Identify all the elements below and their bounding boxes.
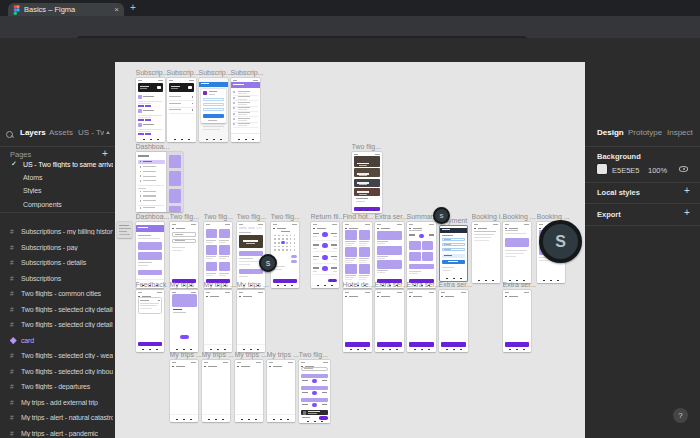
page-item[interactable]: Styles	[0, 185, 115, 198]
thumb-shape	[474, 224, 478, 225]
frame-label[interactable]: Two flig...	[352, 143, 390, 151]
frame-label[interactable]: Two flig...	[204, 213, 240, 221]
design-frame-two-flig[interactable]	[352, 152, 382, 213]
design-frame-extra-ser[interactable]	[439, 290, 468, 352]
design-frame-payment[interactable]	[440, 226, 467, 281]
design-frame-two-flig[interactable]	[271, 222, 299, 288]
collaborator-avatar[interactable]: S	[259, 254, 277, 272]
design-frame-subscrip[interactable]	[136, 78, 165, 142]
design-frame-summar[interactable]	[407, 222, 436, 288]
design-frame-two-flig[interactable]	[170, 222, 198, 288]
design-frame-dashboa[interactable]	[136, 222, 164, 288]
thumb-shape	[323, 362, 328, 363]
collaborator-avatar[interactable]: S	[433, 207, 450, 224]
tab-inspect[interactable]: Inspect	[667, 128, 693, 137]
design-frame-my-trips[interactable]	[235, 360, 263, 422]
frame-label[interactable]: My trips ...	[202, 351, 238, 359]
design-frame-my-trips[interactable]	[204, 290, 232, 352]
layer-row[interactable]: #Two flights - common cities	[0, 287, 115, 302]
design-frame-my-trips[interactable]	[237, 290, 265, 352]
design-frame-hotel-de[interactable]	[343, 290, 372, 352]
canvas[interactable]: Subscrip...Subscrip...Subscrip...Subscri…	[115, 62, 585, 438]
layer-row[interactable]: card	[0, 333, 115, 348]
design-frame-return-fli[interactable]	[311, 222, 339, 288]
frame-label[interactable]: Booking ...	[537, 213, 573, 221]
design-frame-find-hot[interactable]	[343, 222, 372, 288]
frame-label[interactable]: My trips ...	[267, 351, 303, 359]
layer-row[interactable]: #Subscriptions	[0, 271, 115, 286]
frame-label[interactable]: Two flig...	[170, 213, 206, 221]
design-frame-my-trips[interactable]	[170, 360, 198, 422]
tab-close-icon[interactable]: ×	[114, 6, 119, 14]
browser-tab[interactable]: Basics – Figma ×	[8, 3, 124, 16]
design-frame-subscrip[interactable]	[199, 78, 228, 142]
layer-row[interactable]: #Two flights - selected city - weat...	[0, 349, 115, 364]
frame-label[interactable]: Feedback	[136, 281, 172, 289]
design-frame-booking-i[interactable]	[472, 222, 500, 283]
layer-row[interactable]: #Subscriptions - pay	[0, 240, 115, 255]
page-item[interactable]: Atoms	[0, 171, 115, 184]
thumb-shape	[220, 139, 222, 141]
tab-prototype[interactable]: Prototype	[628, 128, 662, 137]
page-switcher[interactable]: US - Tw...	[78, 128, 104, 137]
add-style-icon[interactable]: +	[684, 186, 690, 196]
design-frame-my-trips[interactable]	[170, 290, 198, 352]
frame-label[interactable]: Subscrip...	[231, 69, 268, 77]
visibility-eye-icon[interactable]	[679, 166, 688, 172]
layer-row[interactable]: #Subscriptions - details	[0, 256, 115, 271]
add-export-icon[interactable]: +	[684, 208, 690, 218]
layer-row[interactable]: #My trips - alert - natural catastrop...	[0, 411, 115, 426]
frame-label[interactable]: Extra ser...	[439, 281, 476, 289]
frame-label[interactable]: Two flig...	[299, 351, 338, 359]
layer-row[interactable]: #Two flights - selected city details ...	[0, 302, 115, 317]
frame-label[interactable]: Two flig...	[271, 213, 307, 221]
frame-label[interactable]: My trips ...	[237, 281, 273, 289]
design-frame-extra-ser[interactable]	[375, 290, 404, 352]
design-frame-extra-ser[interactable]	[407, 290, 436, 352]
design-frame-subscrip[interactable]	[231, 78, 260, 142]
design-frame-subscrip[interactable]	[167, 78, 196, 142]
frame-label[interactable]: My trips ...	[204, 281, 240, 289]
design-frame-dashboa[interactable]	[136, 152, 183, 212]
chevron-up-icon[interactable]	[106, 131, 110, 134]
design-frame-two-flig[interactable]	[299, 360, 330, 423]
page-item[interactable]: ✓US - Two flights to same arrival	[0, 158, 115, 171]
frame-label[interactable]: Return fli...	[311, 213, 347, 221]
page-item[interactable]: Components	[0, 198, 115, 211]
layer-row[interactable]: #Two flights - departures	[0, 380, 115, 395]
design-frame-feedback[interactable]	[136, 290, 164, 352]
frame-label[interactable]: My trips ...	[170, 351, 206, 359]
layer-row[interactable]: #My trips - alert - pandemic	[0, 426, 115, 438]
new-tab-button[interactable]: +	[130, 2, 136, 13]
layer-row[interactable]: #Subscriptions - my billing history	[0, 225, 115, 240]
layer-row[interactable]: #Two flights - selected city inboun...	[0, 364, 115, 379]
design-frame-extra-ser[interactable]	[503, 290, 531, 352]
layer-row[interactable]: #My trips - add external trip	[0, 395, 115, 410]
page-name: US - Two flights to same arrival	[23, 161, 113, 168]
frame-label[interactable]: Dashboa...	[136, 213, 172, 221]
tab-assets[interactable]: Assets	[49, 128, 73, 137]
tab-layers[interactable]: Layers	[20, 128, 46, 137]
design-frame-my-trips[interactable]	[202, 360, 230, 422]
background-opacity[interactable]: 100%	[648, 166, 667, 175]
design-frame-two-flig[interactable]	[204, 222, 232, 288]
thumb-shape	[321, 421, 323, 423]
background-hex[interactable]: E5E5E5	[612, 166, 640, 175]
tab-design[interactable]: Design	[597, 128, 624, 137]
frame-label[interactable]: Two flig...	[237, 213, 273, 221]
help-button[interactable]: ?	[673, 408, 688, 423]
design-frame-cropped[interactable]	[117, 222, 132, 238]
frame-label[interactable]: Extra ser...	[503, 281, 539, 289]
collaborator-avatar[interactable]: S	[539, 220, 582, 263]
design-frame-my-trips[interactable]	[267, 360, 295, 422]
frame-label[interactable]: My trips	[170, 281, 206, 289]
background-swatch[interactable]	[597, 164, 607, 174]
frame-label[interactable]: Dashboa...	[136, 143, 191, 151]
design-frame-booking[interactable]	[503, 222, 531, 283]
design-frame-two-flig[interactable]	[237, 222, 265, 288]
layer-row[interactable]: #Two flights - selected city details	[0, 318, 115, 333]
frame-label[interactable]: My trips ...	[235, 351, 271, 359]
thumb-shape	[143, 110, 154, 111]
frame-label[interactable]: Booking ...	[503, 213, 539, 221]
design-frame-extra-ser[interactable]	[375, 222, 404, 288]
